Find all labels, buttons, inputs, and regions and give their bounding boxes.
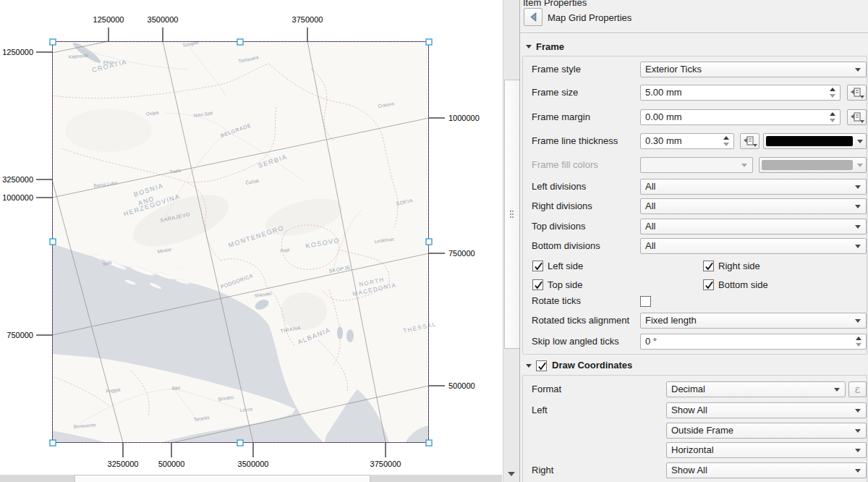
chevron-down-icon [855, 68, 861, 72]
spin-down-icon[interactable] [830, 119, 835, 122]
city-label: Pécs [103, 59, 114, 65]
frame-fill-second-color [759, 157, 867, 173]
check-icon [533, 261, 544, 272]
divider [520, 33, 868, 33]
chevron-down-icon [855, 409, 861, 413]
chevron-down-icon [508, 472, 515, 476]
check-icon [704, 280, 715, 291]
spin-up-icon[interactable] [856, 337, 861, 340]
left-coordinates-select[interactable]: Show All [666, 402, 867, 418]
chevron-down-icon [855, 429, 861, 433]
right-coordinates-select[interactable]: Show All [666, 462, 867, 478]
city-label: Bari [171, 385, 180, 391]
rotated-ticks-alignment-select[interactable]: Fixed length [640, 313, 867, 329]
scrollbar-grip-icon [510, 211, 514, 218]
rotated-ticks-alignment-label: Rotated ticks alignment [532, 313, 629, 329]
chevron-down-icon [855, 225, 861, 229]
chevron-down-icon [855, 185, 861, 189]
coord-label: 3250000 [2, 175, 33, 184]
skip-low-angled-ticks-label: Skip low angled ticks [532, 334, 619, 350]
coord-label: 3500000 [148, 15, 179, 24]
coord-label: 1250000 [2, 48, 33, 56]
frame-line-color-button[interactable] [763, 133, 867, 149]
skip-low-angled-ticks-spinbox[interactable]: 0 ° [640, 334, 867, 350]
spin-up-icon[interactable] [723, 136, 729, 140]
back-icon [529, 12, 538, 22]
collapse-icon[interactable] [526, 364, 532, 368]
chevron-down-icon [741, 164, 747, 167]
right-coordinates-label: Right [532, 462, 553, 478]
right-divisions-select[interactable]: All [640, 198, 867, 214]
chevron-down-icon [753, 144, 757, 147]
color-swatch-black [766, 136, 853, 146]
color-dropdown-section[interactable] [854, 134, 866, 148]
coord-label: 3500000 [238, 460, 269, 468]
collapse-icon[interactable] [526, 45, 532, 48]
coord-label: 1000000 [2, 193, 33, 202]
coord-label: 500000 [448, 381, 475, 390]
back-button[interactable] [524, 8, 542, 26]
chevron-down-icon [857, 140, 863, 143]
left-divisions-label: Left divisions [532, 179, 586, 195]
chevron-down-icon [855, 245, 861, 248]
canvas-vertical-scrollbar[interactable] [503, 0, 520, 482]
canvas-horizontal-scrollbar[interactable] [0, 475, 502, 482]
panel-title: Item Properties [523, 0, 587, 8]
format-select[interactable]: Decimal [666, 381, 846, 397]
left-side-checkbox[interactable]: Left side [532, 261, 583, 274]
check-icon [537, 361, 548, 372]
left-orientation-select[interactable]: Horizontal [666, 442, 867, 458]
check-icon [704, 261, 715, 272]
section-title-frame[interactable]: Frame [536, 41, 564, 52]
bottom-side-checkbox[interactable]: Bottom side [703, 279, 768, 292]
horizontal-scrollbar-thumb[interactable] [75, 475, 370, 482]
left-position-select[interactable]: Outside Frame [666, 423, 867, 439]
right-divisions-label: Right divisions [532, 198, 592, 214]
spin-up-icon[interactable] [830, 112, 835, 116]
format-label: Format [532, 381, 561, 397]
frame-fill-label: Frame fill colors [532, 157, 598, 173]
spin-down-icon[interactable] [856, 343, 861, 347]
section-title-draw-coordinates[interactable]: Draw Coordinates [552, 360, 632, 371]
frame-size-spinbox[interactable]: 5.00 mm [640, 85, 841, 101]
right-side-checkbox[interactable]: Right side [703, 261, 760, 274]
item-properties-panel: Item Properties Map Grid Properties Fram… [519, 0, 868, 482]
frame-size-label: Frame size [532, 85, 578, 101]
spin-down-icon[interactable] [723, 143, 729, 146]
check-icon [533, 280, 544, 291]
qgis-layout-window: 1250000 3500000 3750000 1250000 3250000 … [0, 0, 868, 482]
rotate-ticks-checkbox[interactable] [640, 296, 651, 309]
top-divisions-select[interactable]: All [640, 219, 867, 234]
chevron-down-icon [855, 205, 861, 208]
draw-coordinates-checkbox[interactable] [536, 360, 547, 373]
scroll-down-button[interactable] [504, 467, 519, 481]
left-divisions-select[interactable]: All [640, 179, 867, 195]
breadcrumb: Map Grid Properties [548, 12, 631, 23]
chevron-down-icon [855, 319, 861, 323]
chevron-down-icon [860, 120, 864, 123]
coord-label: 1250000 [93, 15, 124, 24]
coord-label: 750000 [7, 331, 33, 339]
chevron-down-icon [855, 469, 861, 473]
expression-button[interactable]: ε [848, 381, 867, 397]
coord-label: 3750000 [370, 460, 401, 468]
expression-icon: ε [855, 384, 860, 395]
coord-label: 500000 [158, 460, 185, 468]
data-defined-override-button[interactable] [847, 109, 867, 125]
chevron-down-icon [857, 164, 863, 167]
frame-style-label: Frame style [532, 62, 581, 77]
bottom-divisions-select[interactable]: All [640, 238, 867, 254]
spin-down-icon[interactable] [830, 94, 835, 98]
frame-margin-spinbox[interactable]: 0.00 mm [640, 109, 841, 125]
bottom-divisions-label: Bottom divisions [532, 238, 600, 254]
spin-up-icon[interactable] [830, 88, 835, 91]
top-side-checkbox[interactable]: Top side [532, 279, 582, 292]
data-defined-override-button[interactable] [740, 133, 760, 149]
layout-canvas[interactable]: 1250000 3500000 3750000 1250000 3250000 … [0, 0, 502, 482]
map-item[interactable]: 1250000 3500000 3750000 1250000 3250000 … [0, 0, 502, 482]
color-swatch-gray [762, 160, 853, 170]
frame-style-select[interactable]: Exterior Ticks [640, 62, 867, 77]
data-defined-override-button[interactable] [847, 85, 867, 101]
frame-thickness-spinbox[interactable]: 0.30 mm [640, 133, 734, 149]
vertical-scrollbar-thumb[interactable] [504, 80, 520, 349]
